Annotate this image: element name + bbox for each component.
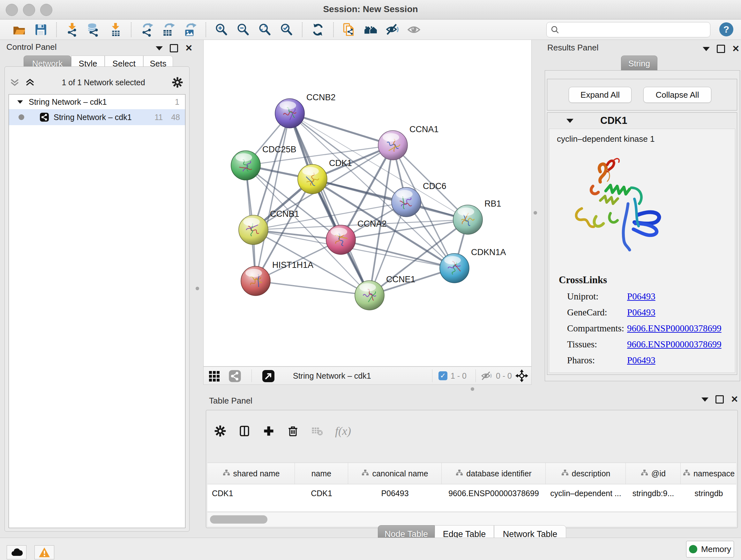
import-network-icon[interactable] <box>64 21 80 38</box>
crosslink-link[interactable]: P06493 <box>627 291 656 302</box>
fit-selected-crosshair-icon[interactable] <box>515 369 529 383</box>
protein-structure-image <box>562 149 668 258</box>
network-node-CCNE1[interactable] <box>355 281 384 310</box>
network-edge[interactable] <box>290 113 393 145</box>
column-header-shared-name[interactable]: shared name <box>207 463 295 484</box>
network-node-HIST1H1A[interactable] <box>241 266 270 296</box>
network-edge[interactable] <box>256 281 369 295</box>
control-panel: Control Panel ✕ NetworkStyleSelectSets 1… <box>3 40 192 538</box>
table-horizontal-scrollbar[interactable] <box>207 512 736 526</box>
table-cell[interactable]: stringdb:9... <box>626 484 681 502</box>
table-row[interactable]: CDK1CDK1P064939606.ENSP00000378699cyclin… <box>207 484 736 502</box>
export-network-icon[interactable] <box>138 21 155 38</box>
network-node-CDK1[interactable] <box>298 165 327 194</box>
network-node-CCNB1[interactable] <box>239 215 268 245</box>
column-header-name[interactable]: name <box>295 463 348 484</box>
panel-float-icon[interactable] <box>716 395 724 403</box>
panel-float-icon[interactable] <box>170 44 178 52</box>
warnings-button[interactable] <box>35 545 54 559</box>
save-session-icon[interactable] <box>32 21 49 38</box>
hidden-elements-count: 0 - 0 <box>496 371 512 381</box>
copy-document-icon[interactable] <box>341 21 357 38</box>
panel-menu-icon[interactable] <box>156 46 163 51</box>
network-node-CDKN1A[interactable] <box>440 253 469 283</box>
network-edge[interactable] <box>256 113 290 281</box>
collapse-all-icon[interactable] <box>9 78 20 87</box>
node-table: shared namenamecanonical namedatabase id… <box>207 462 736 511</box>
crosslink-link[interactable]: 9606.ENSP00000378699 <box>627 339 722 350</box>
column-header--id[interactable]: @id <box>626 463 681 484</box>
string-badge-icon[interactable] <box>228 370 241 382</box>
zoom-out-icon[interactable] <box>235 21 252 38</box>
column-header-namespace[interactable]: namespace <box>681 463 736 484</box>
tab-string[interactable]: String <box>621 56 657 71</box>
column-header-canonical-name[interactable]: canonical name <box>348 463 442 484</box>
memory-button[interactable]: Memory <box>686 541 734 557</box>
network-node-CCNB2[interactable] <box>275 99 305 128</box>
section-collapse-icon[interactable] <box>566 119 574 123</box>
table-cell[interactable]: 9606.ENSP00000378699 <box>442 484 546 502</box>
show-columns-icon[interactable] <box>238 425 251 437</box>
import-table-icon[interactable] <box>107 21 124 38</box>
node-label-CDK1: CDK1 <box>329 159 352 168</box>
function-builder-fx: f(x) <box>335 424 351 438</box>
cloud-status-button[interactable] <box>7 545 26 559</box>
table-cell[interactable]: stringdb <box>681 484 736 502</box>
right-splitter[interactable] <box>532 40 544 385</box>
column-header-database-identifier[interactable]: database identifier <box>442 463 546 484</box>
collapse-all-button[interactable]: Collapse All <box>643 87 711 103</box>
hide-selected-icon[interactable] <box>384 21 401 38</box>
scrollbar-thumb[interactable] <box>210 515 267 523</box>
network-node-CCNA1[interactable] <box>378 131 408 160</box>
network-selection-status: 1 of 1 Network selected <box>36 78 172 87</box>
tree-expander-icon[interactable] <box>17 100 23 104</box>
table-options-gear-icon[interactable] <box>214 425 226 437</box>
search-input[interactable] <box>562 25 710 35</box>
network-options-gear-icon[interactable] <box>172 76 184 88</box>
network-node-CCNA2[interactable] <box>326 225 355 254</box>
open-in-window-icon[interactable] <box>262 370 275 382</box>
refresh-icon[interactable] <box>310 21 326 38</box>
table-cell[interactable]: CDK1 <box>295 484 348 502</box>
open-session-icon[interactable] <box>11 21 27 38</box>
crosslink-label: Uniprot: <box>559 291 627 302</box>
crosslink-link[interactable]: P06493 <box>627 355 656 366</box>
network-node-RB1[interactable] <box>453 205 482 234</box>
panel-close-icon[interactable]: ✕ <box>732 46 739 52</box>
panel-float-icon[interactable] <box>717 45 725 53</box>
network-row-selected[interactable]: String Network – cdk1 11 48 <box>9 109 185 125</box>
edge-count: 48 <box>171 113 180 122</box>
left-splitter[interactable] <box>192 40 203 385</box>
export-table-icon[interactable] <box>160 21 177 38</box>
network-view[interactable]: CCNB2CCNA1CDC25BCDK1CDC6RB1CCNB1CCNA2CDK… <box>203 40 532 367</box>
panel-close-icon[interactable]: ✕ <box>731 396 738 402</box>
warning-icon <box>38 547 51 558</box>
expand-all-icon[interactable] <box>24 78 36 87</box>
birds-eye-view-icon[interactable] <box>209 371 220 381</box>
network-node-CDC6[interactable] <box>392 187 421 217</box>
node-count: 11 <box>154 113 163 122</box>
network-collection-row[interactable]: String Network – cdk1 1 <box>9 95 185 109</box>
show-all-icon[interactable] <box>406 21 422 38</box>
import-database-icon[interactable] <box>85 21 102 38</box>
expand-all-button[interactable]: Expand All <box>569 87 631 103</box>
crosslink-link[interactable]: P06493 <box>627 307 656 318</box>
table-cell[interactable]: CDK1 <box>207 484 295 502</box>
table-cell[interactable]: P06493 <box>348 484 442 502</box>
network-node-CDC25B[interactable] <box>231 151 260 180</box>
zoom-selected-icon[interactable] <box>278 21 295 38</box>
export-image-icon[interactable] <box>182 21 199 38</box>
panel-menu-icon[interactable] <box>703 47 710 51</box>
search-box[interactable] <box>546 22 711 37</box>
selected-nodes-checkbox-icon[interactable]: ✓ <box>439 371 448 380</box>
create-column-plus-icon[interactable] <box>262 425 275 437</box>
zoom-in-icon[interactable] <box>213 21 230 38</box>
crosslink-link[interactable]: 9606.ENSP00000378699 <box>627 323 722 334</box>
column-header-description[interactable]: description <box>546 463 626 484</box>
help-button[interactable]: ? <box>719 22 733 37</box>
delete-column-trash-icon[interactable] <box>286 425 299 437</box>
zoom-fit-icon[interactable] <box>257 21 273 38</box>
panel-menu-icon[interactable] <box>701 397 709 401</box>
string-home-icon[interactable] <box>362 21 379 38</box>
table-cell[interactable]: cyclin–dependent ... <box>546 484 626 502</box>
